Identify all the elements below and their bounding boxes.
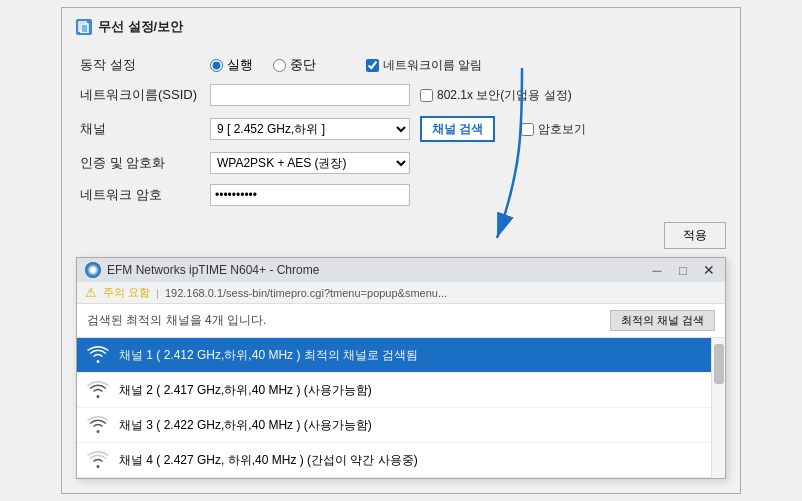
address-bar: ⚠ 주의 요함 | 192.168.0.1/sess-bin/timepro.c… xyxy=(77,282,725,304)
channel-item-4[interactable]: 채널 4 ( 2.427 GHz, 하위,40 MHz ) (간섭이 약간 사용… xyxy=(77,443,711,478)
network-notify-check[interactable]: 네트워크이름 알림 xyxy=(366,57,482,74)
show-password-check[interactable]: 암호보기 xyxy=(521,121,586,138)
password-input[interactable] xyxy=(210,184,410,206)
channel-search-button[interactable]: 채널 검색 xyxy=(420,116,495,142)
scrollbar-thumb[interactable] xyxy=(714,344,724,384)
channel-2-text: 채널 2 ( 2.417 GHz,하위,40 MHz ) (사용가능함) xyxy=(119,382,701,399)
wifi-icon-1 xyxy=(87,346,109,364)
channel-select[interactable]: 9 [ 2.452 GHz,하위 ] xyxy=(210,118,410,140)
chrome-icon xyxy=(85,262,101,278)
window-title: 무선 설정/보안 xyxy=(98,18,183,36)
header-text: 검색된 최적의 채널을 4개 입니다. xyxy=(87,312,266,329)
wifi-icon-4 xyxy=(87,451,109,469)
wifi-icon-3 xyxy=(87,416,109,434)
settings-form: 동작 설정 실행 중단 xyxy=(76,48,726,214)
chrome-title-text: EFM Networks ipTIME N604+ - Chrome xyxy=(107,263,319,277)
radio-run[interactable]: 실행 xyxy=(210,56,253,74)
chrome-popup-window: EFM Networks ipTIME N604+ - Chrome ─ □ ✕… xyxy=(76,257,726,479)
apply-btn-row: 적용 xyxy=(76,222,726,249)
chrome-title-bar: EFM Networks ipTIME N604+ - Chrome ─ □ ✕ xyxy=(77,258,725,282)
scrollbar[interactable] xyxy=(711,338,725,478)
auth-select[interactable]: WPA2PSK + AES (권장) xyxy=(210,152,410,174)
warning-text: 주의 요함 xyxy=(103,285,150,300)
channel-list-container: 채널 1 ( 2.412 GHz,하위,40 MHz ) 최적의 채널로 검색됨… xyxy=(77,338,725,478)
ssid-label: 네트워크이름(SSID) xyxy=(76,82,206,108)
operation-radio-group: 실행 중단 xyxy=(210,56,316,74)
radio-stop[interactable]: 중단 xyxy=(273,56,316,74)
secure-check[interactable]: 802.1x 보안(기업용 설정) xyxy=(420,87,572,104)
right-options-3: 암호보기 xyxy=(521,121,586,138)
minimize-button[interactable]: ─ xyxy=(649,263,665,278)
channel-item-3[interactable]: 채널 3 ( 2.422 GHz,하위,40 MHz ) (사용가능함) xyxy=(77,408,711,443)
auth-label: 인증 및 암호화 xyxy=(76,150,206,176)
separator: | xyxy=(156,287,159,299)
channel-1-text: 채널 1 ( 2.412 GHz,하위,40 MHz ) 최적의 채널로 검색됨 xyxy=(119,347,701,364)
wifi-icon-2 xyxy=(87,381,109,399)
svg-rect-1 xyxy=(81,24,88,33)
right-options-2: 802.1x 보안(기업용 설정) xyxy=(420,87,572,104)
channel-list[interactable]: 채널 1 ( 2.412 GHz,하위,40 MHz ) 최적의 채널로 검색됨… xyxy=(77,338,725,478)
channel-4-text: 채널 4 ( 2.427 GHz, 하위,40 MHz ) (간섭이 약간 사용… xyxy=(119,452,701,469)
channel-item-1[interactable]: 채널 1 ( 2.412 GHz,하위,40 MHz ) 최적의 채널로 검색됨 xyxy=(77,338,711,373)
window-icon xyxy=(76,19,92,35)
ssid-input[interactable] xyxy=(210,84,410,106)
right-options: 네트워크이름 알림 xyxy=(366,57,482,74)
window-controls: ─ □ ✕ xyxy=(649,262,717,278)
title-bar: 무선 설정/보안 xyxy=(76,18,726,36)
chrome-title-left: EFM Networks ipTIME N604+ - Chrome xyxy=(85,262,319,278)
channel-3-text: 채널 3 ( 2.422 GHz,하위,40 MHz ) (사용가능함) xyxy=(119,417,701,434)
operation-label: 동작 설정 xyxy=(76,54,206,76)
address-text: 192.168.0.1/sess-bin/timepro.cgi?tmenu=p… xyxy=(165,287,447,299)
close-button[interactable]: ✕ xyxy=(701,262,717,278)
password-label: 네트워크 암호 xyxy=(76,182,206,208)
channel-list-header: 검색된 최적의 채널을 4개 입니다. 최적의 채널 검색 xyxy=(77,304,725,338)
apply-button[interactable]: 적용 xyxy=(664,222,726,249)
main-window: 무선 설정/보안 동작 설정 실행 중단 xyxy=(61,7,741,494)
channel-label: 채널 xyxy=(76,114,206,144)
warning-icon: ⚠ xyxy=(85,285,97,300)
best-channel-button[interactable]: 최적의 채널 검색 xyxy=(610,310,715,331)
channel-item-2[interactable]: 채널 2 ( 2.417 GHz,하위,40 MHz ) (사용가능함) xyxy=(77,373,711,408)
maximize-button[interactable]: □ xyxy=(675,263,691,278)
